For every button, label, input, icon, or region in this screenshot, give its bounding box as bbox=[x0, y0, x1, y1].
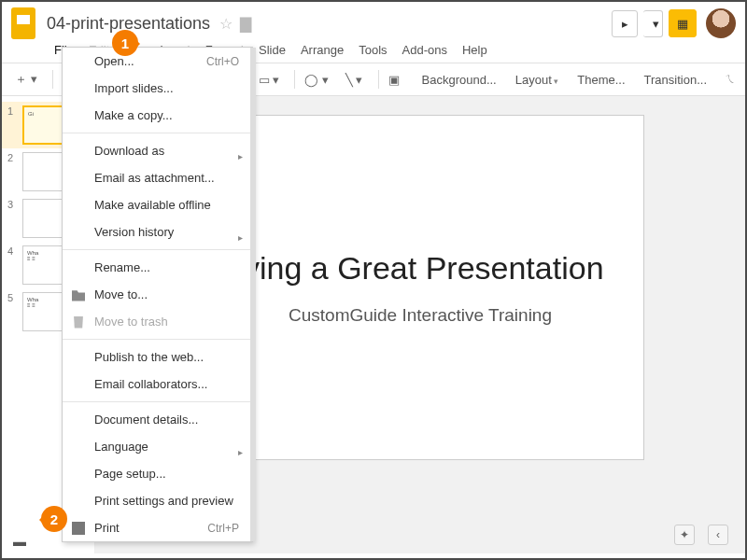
menu-item-language[interactable]: Language bbox=[63, 433, 252, 460]
menu-item-open[interactable]: Open...Ctrl+O bbox=[63, 48, 252, 75]
file-menu-dropdown: Open...Ctrl+O Import slides... Make a co… bbox=[62, 47, 253, 542]
menu-item-version-history[interactable]: Version history bbox=[63, 218, 252, 245]
menu-item-print-settings-preview[interactable]: Print settings and preview bbox=[63, 487, 252, 514]
menu-item-print[interactable]: PrintCtrl+P bbox=[63, 514, 252, 541]
menu-help[interactable]: Help bbox=[462, 43, 487, 57]
slide-title: iving a Great Presentation bbox=[236, 250, 603, 287]
menu-item-move-to-trash: Move to trash bbox=[63, 308, 252, 335]
callout-2: 2 bbox=[41, 506, 67, 532]
menu-arrange[interactable]: Arrange bbox=[301, 43, 344, 57]
collapse-toolbar-icon[interactable]: ㄟ bbox=[725, 71, 736, 87]
menu-item-email-collaborators[interactable]: Email collaborators... bbox=[63, 371, 252, 398]
menu-item-email-attachment[interactable]: Email as attachment... bbox=[63, 164, 252, 191]
layout-button[interactable]: Layout bbox=[508, 69, 567, 91]
slide-canvas[interactable]: iving a Great Presentation CustomGuide I… bbox=[196, 115, 644, 460]
transition-button[interactable]: Transition... bbox=[637, 69, 714, 91]
shape-button[interactable]: ◯ ▾ bbox=[299, 69, 334, 91]
theme-button[interactable]: Theme... bbox=[570, 69, 632, 91]
comment-button[interactable]: ▣ bbox=[383, 69, 405, 91]
menu-item-available-offline[interactable]: Make available offline bbox=[63, 191, 252, 218]
apps-button[interactable]: ▦ bbox=[669, 9, 697, 37]
present-button[interactable]: ▸ bbox=[612, 10, 638, 37]
slide-subtitle: CustomGuide Interactive Training bbox=[289, 305, 552, 326]
new-slide-button[interactable]: ＋ ▾ bbox=[9, 67, 43, 91]
thumb-number: 5 bbox=[7, 292, 19, 303]
thumb-number: 3 bbox=[7, 199, 19, 210]
chevron-left-icon[interactable]: ‹ bbox=[708, 525, 728, 545]
move-folder-icon[interactable]: ▇ bbox=[240, 15, 251, 33]
thumb-number: 4 bbox=[7, 245, 19, 257]
menu-item-move-to[interactable]: Move to... bbox=[63, 281, 252, 308]
image-button[interactable]: ▭ ▾ bbox=[253, 69, 286, 91]
thumb-number: 2 bbox=[7, 152, 19, 163]
menu-item-document-details[interactable]: Document details... bbox=[63, 406, 252, 433]
account-avatar[interactable] bbox=[706, 8, 736, 38]
callout-1: 1 bbox=[112, 30, 138, 56]
menu-addons[interactable]: Add-ons bbox=[402, 43, 447, 57]
menu-slide[interactable]: Slide bbox=[259, 43, 286, 57]
star-icon[interactable]: ☆ bbox=[219, 15, 233, 33]
menu-item-rename[interactable]: Rename... bbox=[63, 254, 252, 281]
menu-item-make-copy[interactable]: Make a copy... bbox=[63, 102, 252, 129]
speaker-notes-toggle[interactable]: ▬ bbox=[13, 534, 26, 549]
menu-tools[interactable]: Tools bbox=[359, 43, 387, 57]
menu-item-download-as[interactable]: Download as bbox=[63, 137, 252, 164]
explore-button[interactable]: ✦ bbox=[674, 525, 695, 545]
menu-item-import-slides[interactable]: Import slides... bbox=[63, 75, 252, 102]
menu-scrollbar[interactable] bbox=[250, 48, 256, 541]
slides-app-icon bbox=[11, 7, 35, 39]
present-dropdown[interactable]: ▾ bbox=[643, 10, 663, 37]
thumb-number: 1 bbox=[7, 105, 19, 117]
background-button[interactable]: Background... bbox=[415, 69, 504, 91]
menu-item-publish-web[interactable]: Publish to the web... bbox=[63, 343, 252, 371]
menu-item-page-setup[interactable]: Page setup... bbox=[63, 460, 252, 487]
line-button[interactable]: ╲ ▾ bbox=[340, 69, 369, 91]
